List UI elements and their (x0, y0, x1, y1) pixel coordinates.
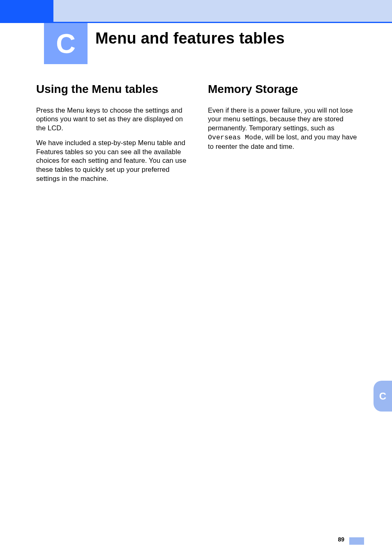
body-paragraph: We have included a step-by-step Menu tab… (36, 139, 192, 183)
body-paragraph: Even if there is a power failure, you wi… (208, 106, 364, 151)
content-columns: Using the Menu tables Press the Menu key… (36, 82, 364, 189)
column-left: Using the Menu tables Press the Menu key… (36, 82, 192, 189)
chapter-letter: C (56, 30, 76, 57)
section-heading-memory-storage: Memory Storage (208, 82, 364, 96)
column-right: Memory Storage Even if there is a power … (208, 82, 364, 189)
section-heading-using-menu-tables: Using the Menu tables (36, 82, 192, 96)
section-tab-label: C (379, 391, 386, 402)
chapter-title: Menu and features tables (95, 30, 285, 47)
header-bar-dark (0, 0, 53, 22)
section-tab: C (374, 381, 392, 412)
page-number: 89 (338, 536, 344, 543)
text-run: Even if there is a power failure, you wi… (208, 106, 353, 132)
page-marker (349, 537, 364, 545)
body-paragraph: Press the Menu keys to choose the settin… (36, 106, 192, 133)
header-bar-light (53, 0, 392, 22)
code-overseas-mode: Overseas Mode (208, 134, 261, 141)
document-page: C Menu and features tables Using the Men… (0, 0, 392, 555)
chapter-badge: C (44, 23, 88, 64)
